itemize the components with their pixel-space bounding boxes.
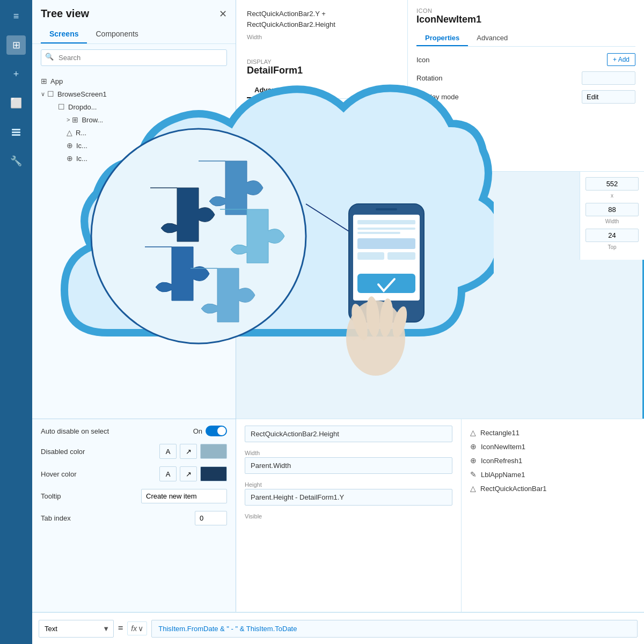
dim-top-label: Top — [586, 244, 639, 250]
tree-item-dropdown[interactable]: ☐ Dropdo... — [32, 100, 236, 113]
dim-24: 24 — [586, 229, 639, 242]
comp-label: LblAppName1 — [481, 471, 525, 479]
icon-refresh-icon: ⊕ — [470, 456, 477, 465]
svg-rect-15 — [376, 208, 397, 210]
component-icon: ☐ — [58, 103, 65, 111]
formula-text: RectQuickActionBar2.Y + RectQuickActionB… — [247, 9, 397, 30]
svg-rect-8 — [357, 228, 415, 230]
tree-item-label: App — [50, 77, 63, 85]
display-mode-input[interactable] — [582, 90, 635, 104]
tree-items: ⊞ App ∨ ☐ BrowseScreen1 ☐ Dropdo... > ⊞ … — [32, 71, 236, 168]
svg-point-16 — [346, 301, 405, 376]
hover-color-swatch[interactable] — [200, 466, 227, 481]
height-formula-input-2[interactable] — [245, 489, 452, 506]
tab-index-label: Tab index — [41, 514, 71, 522]
tooltip-row: Tooltip — [41, 489, 227, 503]
advanced-tab-right[interactable]: Advanced — [468, 31, 516, 46]
formula-bar-bottom: Text ▼ = fx ∨ — [32, 612, 644, 644]
list-item-iconrefresh1[interactable]: ⊕ IconRefresh1 — [470, 453, 635, 467]
height-field-label: Height — [245, 481, 452, 488]
tooltip-input[interactable] — [141, 489, 227, 503]
tree-item-brow[interactable]: > ⊞ Brow... — [32, 113, 236, 126]
tree-item-ic1[interactable]: ⊕ Ic... — [32, 139, 236, 152]
tree-close-button[interactable]: ✕ — [219, 8, 227, 20]
properties-tab[interactable]: Properties — [416, 31, 468, 46]
tree-panel: Tree view ✕ Screens Components ⊞ App ∨ ☐… — [32, 0, 236, 419]
rect2-icon: △ — [470, 484, 476, 493]
width-label: Width — [247, 34, 397, 40]
hover-color-arrow-btn[interactable]: ↗ — [180, 466, 197, 481]
label-icon: ✎ — [470, 470, 477, 479]
component-type-label: ICON — [416, 8, 635, 14]
bottom-right-panel: △ Rectangle11 ⊕ IconNewItem1 ⊕ IconRefre… — [462, 419, 644, 612]
formula-fx-button[interactable]: fx ∨ — [127, 621, 147, 635]
rotation-prop-row: Rotation — [416, 71, 635, 85]
hover-color-label: Hover color — [41, 470, 76, 478]
sidebar-screen-icon[interactable]: ⬜ — [6, 93, 26, 113]
sidebar-data-icon[interactable] — [6, 122, 26, 142]
tree-search-wrapper — [41, 49, 227, 66]
width-formula-input[interactable] — [245, 457, 452, 474]
svg-rect-1 — [12, 131, 20, 133]
list-item-rectquickactionbar1[interactable]: △ RectQuickActionBar1 — [470, 481, 635, 495]
prop-name-display-mode: Display mode — [416, 93, 459, 101]
svg-rect-9 — [357, 232, 400, 234]
icon-prop-row: Icon + Add — [416, 53, 635, 66]
svg-point-14 — [382, 307, 391, 316]
sidebar-menu-icon[interactable]: ≡ — [6, 6, 26, 26]
auto-disable-label: Auto disable on select — [41, 427, 109, 435]
add-icon-button[interactable]: + Add — [607, 53, 635, 66]
rotation-input[interactable] — [582, 71, 635, 85]
svg-point-18 — [365, 296, 382, 338]
search-input[interactable] — [41, 49, 227, 66]
hover-color-text-btn[interactable]: A — [159, 466, 177, 481]
disabled-color-swatch[interactable] — [200, 444, 227, 459]
disabled-color-text-btn[interactable]: A — [159, 444, 177, 459]
advanced-tab[interactable]: Advanced — [247, 83, 295, 98]
tree-item-r[interactable]: △ R... — [32, 126, 236, 139]
dimensions-panel: 552 x 88 Width 24 Top — [580, 172, 644, 260]
auto-disable-toggle[interactable] — [206, 426, 227, 436]
display-mode-prop-row: Display mode — [416, 90, 635, 104]
tree-item-browsescreen[interactable]: ∨ ☐ BrowseScreen1 — [32, 87, 236, 100]
list-item-iconnewitem1[interactable]: ⊕ IconNewItem1 — [470, 440, 635, 453]
formula-expression-input[interactable] — [151, 620, 638, 638]
disabled-color-controls: A ↗ — [159, 444, 227, 459]
list-item-lblappname1[interactable]: ✎ LblAppName1 — [470, 467, 635, 481]
sidebar-layers-icon[interactable]: ⊞ — [6, 35, 26, 55]
tab-components[interactable]: Components — [87, 25, 147, 43]
visible-field-label: Visible — [245, 513, 452, 519]
list-item-rectangle11[interactable]: △ Rectangle11 — [470, 426, 635, 440]
display-label: DISPLAY — [247, 58, 397, 65]
tab-screens[interactable]: Screens — [41, 25, 87, 43]
hover-color-row: Hover color A ↗ — [41, 466, 227, 481]
tree-title: Tree view — [41, 8, 89, 20]
formula-eq-label: = — [118, 624, 123, 633]
icon-new-icon: ⊕ — [470, 442, 477, 451]
left-sidebar: ≡ ⊞ + ⬜ 🔧 — [0, 0, 32, 644]
tree-item-label: Ic... — [76, 155, 87, 163]
svg-rect-5 — [349, 204, 424, 322]
formula-dropdown[interactable]: Text — [39, 620, 114, 638]
sidebar-add-icon[interactable]: + — [6, 64, 26, 84]
disabled-color-label: Disabled color — [41, 448, 85, 456]
svg-point-20 — [390, 305, 410, 339]
height-formula-input-1[interactable] — [245, 426, 452, 442]
disabled-color-arrow-btn[interactable]: ↗ — [180, 444, 197, 459]
tab-index-input[interactable] — [195, 511, 227, 525]
dim-88: 88 — [586, 203, 639, 216]
tree-item-ic2[interactable]: ⊕ Ic... — [32, 152, 236, 165]
chevron-icon: > — [67, 116, 70, 123]
prop-tabs: Properties Advanced — [416, 31, 635, 47]
tooltip-label: Tooltip — [41, 492, 61, 500]
dim-x-label: x — [586, 193, 639, 199]
app-icon: ⊞ — [41, 77, 47, 85]
comp-label: RectQuickActionBar1 — [480, 485, 547, 493]
svg-rect-6 — [353, 215, 420, 301]
svg-rect-12 — [387, 252, 415, 260]
tree-item-app[interactable]: ⊞ App — [32, 75, 236, 87]
chevron-icon: ∨ — [41, 91, 45, 98]
toggle-on-label: On — [193, 427, 202, 435]
sidebar-tools-icon[interactable]: 🔧 — [6, 151, 26, 171]
prop-name-rotation: Rotation — [416, 74, 442, 82]
